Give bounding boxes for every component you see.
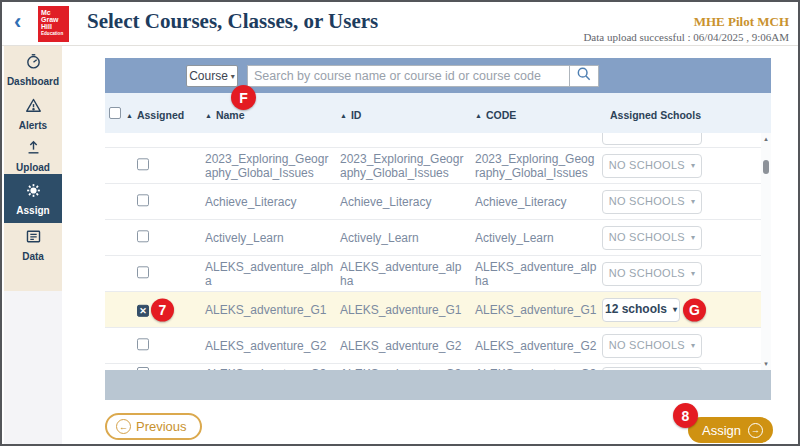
sidebar-item-alerts[interactable]: Alerts [4,97,62,131]
row-checkbox-checked[interactable]: ✕ [137,304,149,316]
sidebar-item-label: Assign [4,205,62,216]
sidebar-item-assign[interactable]: Assign [4,174,62,223]
logo-text: Graw [41,16,69,23]
sort-asc-icon: ▲ [126,112,133,119]
annotation-circle-g: G [683,298,706,321]
data-icon [25,231,42,248]
assigned-schools-dropdown[interactable]: NO SCHOOLS▾ [602,226,702,250]
sidebar-item-label: Upload [4,162,62,173]
table-row-selected[interactable]: ✕ 7 ALEKS_adventure_G1 ALEKS_adventure_G… [105,291,771,327]
sidebar-item-label: Alerts [4,120,62,131]
course-name: ALEKS_adventure_G1 [205,302,335,316]
chevron-down-icon: ▾ [673,305,677,315]
course-code: 2023_Exploring_Geography_Global_Issues [475,151,597,180]
previous-button-label: Previous [136,419,187,434]
assign-button[interactable]: Assign → [688,417,773,443]
course-id: 2023_Exploring_Geography_Global_Issues [340,151,465,180]
table-row-clipped-top [105,133,771,147]
course-name: 2023_Exploring_Geography_Global_Issues [205,151,335,180]
table-header-row: ▲Assigned ▲Name ▲ID ▲CODE Assigned Schoo… [105,106,771,128]
sort-asc-icon: ▲ [340,112,347,119]
upload-status-text: Data upload successful : 06/04/2025 , 9:… [583,31,789,43]
chevron-down-icon: ▾ [691,233,695,243]
sidebar-item-label: Dashboard [4,76,62,87]
previous-button[interactable]: ← Previous [105,413,202,440]
course-code: ALEKS_adventure_alpha [475,259,597,288]
table-row[interactable]: Actively_Learn Actively_Learn Actively_L… [105,219,771,255]
dashboard-icon [25,56,42,73]
search-icon [576,66,592,86]
table-row[interactable]: Achieve_Literacy Achieve_Literacy Achiev… [105,183,771,219]
column-header-name[interactable]: ▲Name [205,109,245,121]
annotation-circle-f: F [231,85,256,110]
chevron-down-icon: ▾ [691,269,695,279]
assign-icon [25,185,42,202]
search-type-value: Course [189,69,228,83]
table-row[interactable]: ALEKS_adventure_alpha ALEKS_adventure_al… [105,255,771,291]
courses-table-panel: Course ▾ F ▲Assigned ▲Name ▲ID ▲CODE Ass… [105,58,771,400]
upload-icon [25,142,42,159]
sort-asc-icon: ▲ [475,112,482,119]
sidebar-background-lower [4,291,62,444]
course-name: ALEKS_adventure_alpha [205,259,335,288]
column-header-assigned[interactable]: ▲Assigned [126,109,184,121]
table-body: 2023_Exploring_Geography_Global_Issues 2… [105,133,771,370]
sidebar-item-dashboard[interactable]: Dashboard [4,53,62,87]
assigned-schools-dropdown[interactable]: NO SCHOOLS▾ [602,262,702,286]
search-type-select[interactable]: Course ▾ [186,65,238,87]
scrollbar-thumb[interactable] [763,160,769,174]
course-code: Achieve_Literacy [475,194,597,208]
scroll-down-icon[interactable]: ▾ [761,360,771,368]
assigned-schools-dropdown[interactable]: 12 schools▾ [602,298,680,322]
alerts-icon [25,100,42,117]
search-band: Course ▾ [105,58,771,93]
search-input[interactable] [247,65,569,87]
sidebar-item-label: Data [4,251,62,262]
mcgraw-hill-logo: Mc Graw Hill Education [38,6,69,42]
course-name: Achieve_Literacy [205,194,335,208]
course-id: ALEKS_adventure_G1 [340,302,465,316]
sidebar-item-data[interactable]: Data [4,228,62,262]
row-checkbox[interactable] [137,194,149,206]
row-checkbox[interactable] [137,338,149,350]
table-row[interactable]: 2023_Exploring_Geography_Global_Issues 2… [105,147,771,183]
logo-text: Mc [41,9,69,16]
account-name: MHE Pilot MCH [694,14,789,30]
page-title: Select Courses, Classes, or Users [87,9,378,34]
row-checkbox[interactable] [137,266,149,278]
course-id: Actively_Learn [340,230,465,244]
annotation-circle-8: 8 [673,403,698,428]
sidebar-item-upload[interactable]: Upload [4,139,62,173]
assigned-schools-dropdown[interactable] [602,133,702,145]
assigned-schools-dropdown[interactable]: NO SCHOOLS▾ [602,190,702,214]
search-button[interactable] [569,65,599,87]
course-id: ALEKS_adventure_G2 [340,338,465,352]
scroll-up-icon[interactable]: ▴ [761,135,771,143]
assigned-schools-dropdown[interactable]: NO SCHOOLS▾ [602,154,702,178]
course-code: ALEKS_adventure_G1 [475,302,597,316]
course-code: ALEKS_adventure_G2 [475,338,597,352]
arrow-left-circle-icon: ← [116,419,131,434]
course-code: Actively_Learn [475,230,597,244]
back-icon[interactable]: ‹ [14,10,21,34]
column-header-code[interactable]: ▲CODE [475,109,516,121]
table-row[interactable]: ALEKS_adventure_G2 ALEKS_adventure_G2 AL… [105,327,771,363]
app-window: ‹ Mc Graw Hill Education Select Courses,… [0,0,800,446]
column-header-assigned-schools: Assigned Schools [610,109,701,121]
row-checkbox[interactable] [137,158,149,170]
table-row-clipped-bottom: ALEKS_adventure_G3 ALEKS_adventure_G3 AL… [105,363,771,370]
select-all-checkbox[interactable] [109,107,121,119]
header-bar: ‹ Mc Graw Hill Education Select Courses,… [2,2,798,46]
sidebar: Dashboard Alerts Upload Assign Data [4,46,62,444]
logo-text: Education [41,32,69,37]
annotation-circle-7: 7 [151,298,174,321]
vertical-scrollbar[interactable]: ▴ ▾ [761,133,771,370]
sort-asc-icon: ▲ [205,112,212,119]
logo-text: Hill [41,23,69,30]
chevron-down-icon: ▾ [691,341,695,351]
course-name: Actively_Learn [205,230,335,244]
column-header-id[interactable]: ▲ID [340,109,361,121]
chevron-down-icon: ▾ [691,161,695,171]
row-checkbox[interactable] [137,230,149,242]
assigned-schools-dropdown[interactable]: NO SCHOOLS▾ [602,334,702,358]
